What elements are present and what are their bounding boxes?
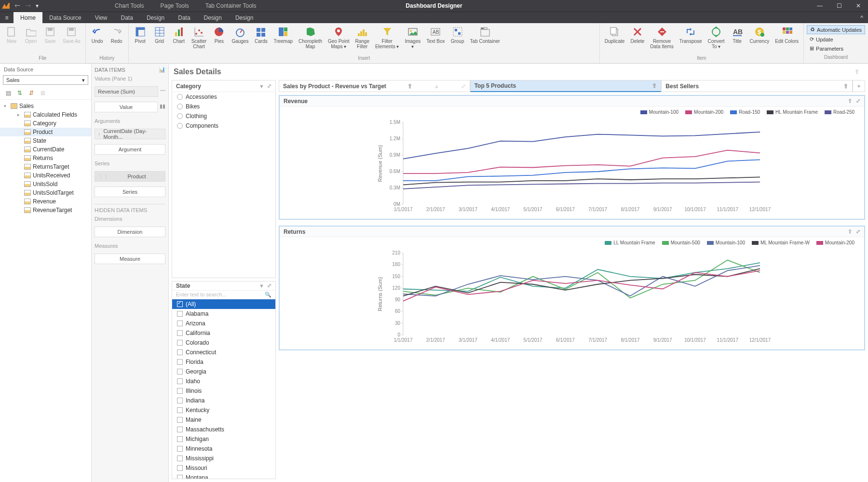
ribbon-del-icon (632, 26, 643, 38)
svg-rect-55 (786, 27, 789, 30)
ribbon-textbox-button[interactable]: ABText Box (423, 25, 448, 45)
ribbon-editcolors-button[interactable]: Edit Colors (772, 25, 801, 45)
ribbon-chart-button[interactable]: Chart (169, 25, 189, 45)
ribbon-pivot-button[interactable]: Pivot (131, 25, 150, 45)
ribbon-treemap-button[interactable]: Treemap (271, 25, 296, 45)
ribbon-rangefilter-button[interactable]: RangeFilter (352, 25, 372, 50)
ribbon-remdata-button[interactable]: RemoveData Items (647, 25, 676, 50)
quick-access-toolbar: 🡐 🡒 ▾ (12, 2, 41, 9)
menu-tab-data-3[interactable]: Data (114, 12, 140, 24)
ribbon-choropleth-icon (305, 26, 316, 38)
svg-rect-56 (789, 27, 792, 30)
ribbon-params-button[interactable]: ⊞Parameters (807, 44, 865, 53)
svg-rect-7 (136, 27, 138, 36)
svg-point-17 (201, 32, 203, 34)
svg-rect-43 (481, 27, 484, 29)
ribbon-convertto-icon (710, 26, 722, 38)
svg-rect-42 (481, 29, 489, 36)
menu-tab-design-7[interactable]: Design (229, 12, 260, 24)
minimize-button[interactable]: — (810, 2, 829, 9)
ribbon-currency-button[interactable]: $Currency (747, 25, 773, 45)
ribbon-pies-button[interactable]: Pies (209, 25, 229, 45)
ribbon-open-button[interactable]: Open (21, 25, 41, 45)
ribbon-redo-button[interactable]: Redo (107, 25, 126, 45)
ribbon-open-icon (25, 26, 37, 38)
ribbon-group-label: Insert (129, 55, 599, 63)
ribbon-del-button[interactable]: Delete (627, 25, 647, 45)
ribbon-saveas-icon (66, 26, 77, 38)
ribbon-group-button[interactable]: Group (448, 25, 467, 45)
menu-tab-data-5[interactable]: Data (171, 12, 197, 24)
file-menu-icon[interactable]: ≡ (0, 14, 14, 21)
ribbon-collapse-icon[interactable]: ^ (855, 14, 868, 21)
ribbon-transpose-button[interactable]: Transpose (677, 25, 705, 45)
ribbon-redo-icon (111, 26, 122, 38)
menu-tab-home-0[interactable]: Home (14, 12, 42, 24)
svg-rect-41 (458, 32, 461, 35)
tool-tab-page[interactable]: Page Tools (154, 0, 194, 12)
ribbon-grid-button[interactable]: Grid (150, 25, 169, 45)
menu-tab-design-4[interactable]: Design (140, 12, 171, 24)
qat-menu-icon[interactable]: ▾ (36, 2, 39, 9)
ribbon-autoupd-button[interactable]: ♻Automatic Updates (807, 25, 865, 34)
svg-rect-4 (69, 28, 74, 31)
ribbon-pies-icon (213, 26, 225, 38)
menu-tab-data-source-1[interactable]: Data Source (42, 12, 88, 24)
ribbon-dup-button[interactable]: Duplicate (602, 25, 628, 45)
ribbon-group-label: Item (600, 55, 803, 63)
window-title: Dashboard Designer (406, 2, 462, 9)
ribbon-cards-button[interactable]: Cards (251, 25, 271, 45)
svg-rect-59 (789, 31, 792, 34)
ribbon-tabcont-button[interactable]: Tab Container (467, 25, 503, 45)
ribbon-choropleth-button[interactable]: ChoroplethMap (296, 25, 325, 50)
svg-point-48 (712, 28, 720, 36)
close-button[interactable]: ✕ (849, 2, 868, 9)
svg-rect-14 (181, 27, 183, 36)
ribbon-scatter-button[interactable]: ScatterChart (189, 25, 210, 50)
ribbon-autoupd-icon: ♻ (810, 27, 815, 33)
ribbon-remdata-icon (656, 26, 668, 38)
ribbon-undo-button[interactable]: Undo (88, 25, 107, 45)
qat-back-icon[interactable]: 🡐 (14, 2, 20, 9)
ribbon-group-dashboard: ♻Automatic Updates⟳Update⊞Parameters Das… (804, 23, 868, 63)
ribbon-chart-icon (173, 26, 185, 38)
ribbon-title-icon: AB (732, 26, 743, 38)
ribbon-group-item: DuplicateDeleteRemoveData ItemsTranspose… (600, 23, 804, 63)
ribbon-title-button[interactable]: ABTitle (728, 25, 747, 45)
maximize-button[interactable]: ☐ (829, 2, 849, 9)
ribbon-dup-icon (609, 26, 621, 38)
ribbon-filterel-button[interactable]: FilterElements ▾ (372, 25, 402, 50)
ribbon-params-icon: ⊞ (810, 45, 814, 52)
ribbon-update-icon: ⟳ (810, 36, 814, 42)
ribbon-new-icon (6, 26, 17, 38)
svg-rect-12 (175, 32, 177, 36)
svg-rect-33 (363, 29, 365, 36)
qat-forward-icon[interactable]: 🡒 (25, 2, 31, 9)
title-bar: 🡐 🡒 ▾ Chart Tools Page Tools Tab Contain… (0, 0, 868, 12)
ribbon-gauges-button[interactable]: Gauges (229, 25, 251, 45)
ribbon-tabcont-icon (479, 26, 491, 38)
ribbon-convertto-button[interactable]: ConvertTo ▾ (705, 25, 728, 50)
svg-rect-39 (453, 27, 462, 36)
svg-rect-34 (365, 32, 367, 36)
ribbon-filterel-icon (381, 26, 393, 38)
ribbon-save-button[interactable]: Save (41, 25, 60, 45)
ribbon-update-button[interactable]: ⟳Update (807, 35, 865, 43)
ribbon-group-history: UndoRedo History (86, 23, 129, 63)
menu-tab-design-6[interactable]: Design (197, 12, 229, 24)
ribbon-group-icon (452, 26, 463, 38)
tool-tab-chart[interactable]: Chart Tools (109, 0, 149, 12)
ribbon-currency-icon: $ (754, 26, 765, 38)
menu-tab-view-2[interactable]: View (88, 12, 114, 24)
svg-rect-29 (284, 32, 287, 36)
ribbon-gauges-icon (234, 26, 246, 38)
app-logo (0, 0, 12, 12)
tool-tab-container[interactable]: Tab Container Tools (200, 0, 262, 12)
ribbon-saveas-button[interactable]: Save As (60, 25, 83, 45)
ribbon-images-button[interactable]: Images▾ (402, 25, 423, 50)
ribbon-new-button[interactable]: New (2, 25, 21, 45)
ribbon-editcolors-icon (781, 26, 793, 38)
svg-rect-2 (48, 28, 53, 31)
ribbon-images-icon (407, 26, 419, 38)
ribbon-geopoint-button[interactable]: Geo PointMaps ▾ (325, 25, 352, 50)
